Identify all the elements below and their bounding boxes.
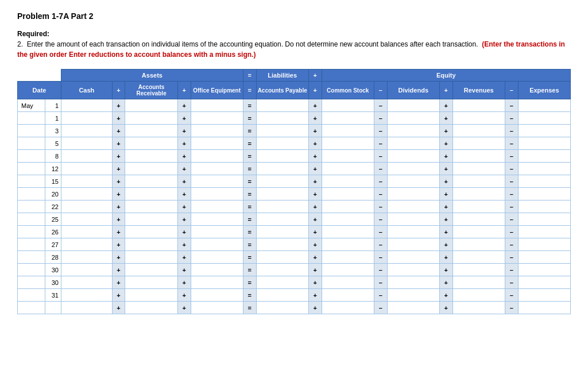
expenses-input[interactable] [520,128,568,134]
office-equipment-input[interactable] [193,216,241,223]
expenses-input[interactable] [520,165,568,172]
dividends-input[interactable] [389,102,438,109]
accounts-payable-input[interactable] [258,267,307,273]
office-equipment-cell[interactable] [191,264,243,276]
common-stock-input[interactable] [324,267,372,273]
accounts-payable-input[interactable] [258,191,307,198]
office-equipment-cell[interactable] [191,150,243,163]
revenues-input[interactable] [455,292,503,299]
dividends-cell[interactable] [387,175,439,188]
expenses-cell[interactable] [518,289,570,302]
dividends-input[interactable] [389,267,438,273]
cash-cell[interactable] [61,302,113,314]
revenues-cell[interactable] [452,163,505,175]
cash-input[interactable] [63,191,110,198]
dividends-input[interactable] [389,279,438,286]
accounts-payable-cell[interactable] [256,188,308,201]
common-stock-input[interactable] [324,128,372,134]
dividends-cell[interactable] [387,201,439,213]
cash-input[interactable] [63,153,110,160]
accounts-receivable-input[interactable] [127,229,175,236]
office-equipment-cell[interactable] [191,302,243,314]
dividends-input[interactable] [389,115,438,122]
revenues-input[interactable] [455,216,503,223]
expenses-cell[interactable] [518,238,570,251]
common-stock-cell[interactable] [322,112,374,125]
office-equipment-input[interactable] [193,241,241,248]
accounts-payable-cell[interactable] [256,99,308,112]
dividends-input[interactable] [389,178,438,185]
accounts-receivable-cell[interactable] [125,175,177,188]
office-equipment-input[interactable] [193,165,241,172]
cash-cell[interactable] [61,238,113,251]
common-stock-input[interactable] [324,292,372,299]
cash-input[interactable] [63,178,110,185]
dividends-input[interactable] [389,292,438,299]
revenues-cell[interactable] [452,251,505,264]
accounts-payable-input[interactable] [258,241,307,248]
cash-input[interactable] [63,140,110,147]
revenues-cell[interactable] [452,99,505,112]
accounts-receivable-cell[interactable] [125,150,177,163]
dividends-cell[interactable] [387,302,439,314]
accounts-payable-cell[interactable] [256,137,308,150]
revenues-input[interactable] [455,178,503,185]
dividends-cell[interactable] [387,289,439,302]
expenses-input[interactable] [520,203,568,210]
accounts-payable-cell[interactable] [256,213,308,226]
accounts-receivable-input[interactable] [127,115,175,122]
accounts-payable-input[interactable] [258,178,307,185]
accounts-receivable-input[interactable] [127,153,175,160]
cash-input[interactable] [63,216,110,223]
dividends-cell[interactable] [387,264,439,276]
accounts-receivable-cell[interactable] [125,188,177,201]
revenues-cell[interactable] [452,112,505,125]
office-equipment-input[interactable] [193,178,241,185]
dividends-input[interactable] [389,241,438,248]
revenues-cell[interactable] [452,125,505,137]
common-stock-input[interactable] [324,178,372,185]
dividends-input[interactable] [389,140,438,147]
accounts-receivable-cell[interactable] [125,226,177,238]
accounts-receivable-cell[interactable] [125,264,177,276]
accounts-payable-input[interactable] [258,102,307,109]
revenues-input[interactable] [455,304,503,311]
office-equipment-input[interactable] [193,254,241,261]
common-stock-cell[interactable] [322,99,374,112]
office-equipment-input[interactable] [193,102,241,109]
revenues-cell[interactable] [452,137,505,150]
revenues-cell[interactable] [452,276,505,289]
cash-input[interactable] [63,115,110,122]
expenses-cell[interactable] [518,251,570,264]
office-equipment-cell[interactable] [191,276,243,289]
office-equipment-cell[interactable] [191,137,243,150]
expenses-cell[interactable] [518,125,570,137]
expenses-cell[interactable] [518,99,570,112]
expenses-input[interactable] [520,102,568,109]
common-stock-input[interactable] [324,254,372,261]
cash-input[interactable] [63,241,110,248]
common-stock-input[interactable] [324,140,372,147]
dividends-input[interactable] [389,254,438,261]
common-stock-input[interactable] [324,115,372,122]
common-stock-cell[interactable] [322,213,374,226]
accounts-payable-cell[interactable] [256,238,308,251]
cash-cell[interactable] [61,289,113,302]
revenues-cell[interactable] [452,226,505,238]
expenses-input[interactable] [520,229,568,236]
accounts-receivable-input[interactable] [127,165,175,172]
accounts-payable-input[interactable] [258,165,307,172]
dividends-input[interactable] [389,153,438,160]
expenses-input[interactable] [520,241,568,248]
accounts-payable-cell[interactable] [256,175,308,188]
expenses-cell[interactable] [518,201,570,213]
expenses-cell[interactable] [518,264,570,276]
accounts-receivable-cell[interactable] [125,289,177,302]
cash-cell[interactable] [61,264,113,276]
cash-input[interactable] [63,128,110,134]
accounts-receivable-cell[interactable] [125,213,177,226]
cash-input[interactable] [63,279,110,286]
accounts-payable-input[interactable] [258,153,307,160]
revenues-cell[interactable] [452,201,505,213]
office-equipment-cell[interactable] [191,213,243,226]
